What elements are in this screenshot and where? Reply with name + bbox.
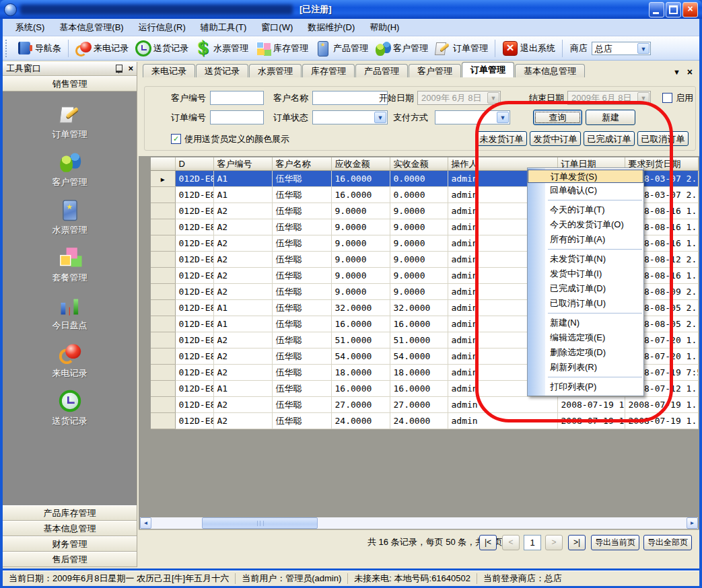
next-page-button[interactable]: > — [545, 535, 563, 550]
row-selector[interactable]: ▶ — [151, 365, 175, 381]
context-menu-item[interactable]: 未发货订单(N) — [528, 252, 643, 266]
maximize-button[interactable] — [666, 2, 681, 17]
row-selector[interactable]: ▶ — [151, 219, 175, 235]
horizontal-scrollbar[interactable]: ◄ ► — [140, 517, 698, 529]
prev-page-button[interactable]: < — [502, 535, 520, 550]
toolbar-button[interactable] — [68, 40, 69, 57]
toolbar-button[interactable]: 来电记录 — [72, 38, 132, 59]
context-menu-item[interactable]: 今天的发货订单(O) — [528, 217, 643, 232]
menubar-item[interactable]: 运行信息(R) — [131, 20, 193, 36]
tab[interactable]: 客户管理 — [409, 64, 461, 77]
sidebar-section-sales[interactable]: 销售管理 — [3, 76, 137, 91]
chevron-down-icon[interactable]: ▼ — [637, 92, 650, 104]
shop-select[interactable]: 总店 ▼ — [592, 42, 651, 55]
toolbar-button[interactable]: 客户管理 — [372, 38, 431, 59]
context-menu-item[interactable]: 编辑选定项(E) — [528, 330, 643, 345]
page-number-input[interactable]: 1 — [524, 535, 541, 550]
row-selector[interactable]: ▶ — [151, 187, 175, 203]
tab-close-icon[interactable]: × — [687, 67, 693, 77]
start-date-picker[interactable]: 2009年 6月 8日 ▼ — [417, 91, 501, 105]
context-menu-item[interactable] — [548, 249, 642, 250]
tab[interactable]: 送货记录 — [196, 64, 248, 77]
context-menu-item[interactable]: 已取消订单(U) — [528, 296, 643, 311]
menubar-item[interactable]: 窗口(W) — [254, 20, 300, 36]
row-selector[interactable]: ▶ — [151, 171, 175, 187]
row-selector[interactable]: ▶ — [151, 268, 175, 284]
scroll-right-icon[interactable]: ► — [687, 517, 698, 529]
filter-cancelled-button[interactable]: 已取消订单 — [637, 131, 689, 146]
row-selector[interactable]: ▶ — [151, 316, 175, 332]
sidebar-item[interactable]: 套餐管理 — [52, 250, 87, 284]
sidebar-item[interactable]: 客户管理 — [52, 154, 87, 188]
first-page-button[interactable]: |< — [479, 535, 497, 550]
row-selector[interactable]: ▶ — [151, 413, 175, 429]
close-icon[interactable]: × — [128, 65, 133, 73]
toolbar-button[interactable]: 导航条 — [13, 38, 65, 59]
column-header[interactable]: 客户编号 — [213, 157, 272, 171]
toolbar-button[interactable]: 库存管理 — [252, 38, 312, 59]
minimize-button[interactable] — [649, 2, 664, 17]
order-code-input[interactable] — [210, 110, 264, 124]
row-selector[interactable]: ▶ — [151, 284, 175, 300]
sidebar-item[interactable]: 今日盘点 — [52, 297, 87, 332]
filter-shipping-button[interactable]: 发货中订单 — [530, 131, 581, 146]
context-menu-item[interactable]: 新建(N) — [528, 316, 643, 330]
filter-completed-button[interactable]: 已完成订单 — [584, 131, 635, 146]
column-header[interactable]: 应收金额 — [331, 157, 390, 171]
context-menu-item[interactable]: 所有的订单(A) — [528, 232, 643, 247]
context-menu-item[interactable] — [548, 313, 642, 314]
enable-checkbox[interactable]: 启用 — [662, 91, 693, 105]
context-menu-item[interactable]: 订单发货(S) — [528, 170, 643, 183]
tab-scroll-down-icon[interactable]: ▼ — [673, 68, 680, 76]
tab[interactable]: 产品管理 — [355, 64, 408, 77]
sidebar-item[interactable]: 送货记录 — [52, 393, 87, 427]
row-selector[interactable]: ▶ — [151, 348, 175, 365]
export-all-pages-button[interactable]: 导出全部页 — [643, 535, 692, 550]
tab[interactable]: 水票管理 — [249, 64, 302, 77]
column-header[interactable]: 客户名称 — [272, 157, 331, 171]
menubar-item[interactable]: 帮助(H) — [362, 20, 407, 36]
toolbar-button[interactable]: 订单管理 — [431, 38, 491, 59]
context-menu-item[interactable]: 删除选定项(D) — [528, 345, 643, 360]
toolbar-button[interactable] — [562, 40, 563, 57]
sidebar-section[interactable]: 财务管理 — [3, 536, 137, 552]
column-header[interactable] — [151, 157, 175, 171]
sidebar-section[interactable]: 售后管理 — [3, 552, 137, 567]
table-row[interactable]: ▶ 012D-E8... A2 伍华聪 24.0000 24.0000 admi… — [151, 413, 698, 429]
order-status-select[interactable]: ▼ — [312, 110, 388, 124]
toolbar-button[interactable] — [495, 40, 495, 57]
filter-unshipped-button[interactable]: 未发货订单 — [476, 131, 527, 146]
row-selector[interactable]: ▶ — [151, 235, 175, 252]
table-row[interactable]: ▶ 012D-E8... A2 伍华聪 27.0000 27.0000 admi… — [151, 397, 698, 413]
context-menu-item[interactable]: 已完成订单(D) — [528, 281, 643, 296]
close-button[interactable]: × — [682, 2, 698, 17]
chevron-down-icon[interactable]: ▼ — [374, 112, 386, 123]
row-selector[interactable]: ▶ — [151, 203, 175, 219]
toolbar-button[interactable]: 送货记录 — [132, 38, 192, 59]
pay-method-select[interactable]: ▼ — [435, 110, 510, 124]
column-header[interactable]: D — [175, 157, 213, 171]
chevron-down-icon[interactable]: ▼ — [637, 43, 650, 54]
sidebar-item[interactable]: 订单管理 — [52, 106, 87, 141]
menubar-item[interactable]: 辅助工具(T) — [193, 20, 254, 36]
row-selector[interactable]: ▶ — [151, 397, 175, 413]
chevron-down-icon[interactable]: ▼ — [497, 112, 509, 123]
sidebar-section[interactable]: 产品库存管理 — [3, 505, 137, 521]
tab[interactable]: 基本信息管理 — [515, 64, 585, 77]
context-menu-item[interactable]: 打印列表(P) — [528, 379, 643, 394]
context-menu-item[interactable]: 发货中订单(I) — [528, 266, 643, 281]
toolbar-button[interactable]: 退出系统 — [499, 38, 559, 59]
context-menu-item[interactable]: 回单确认(C) — [528, 183, 643, 198]
customer-code-input[interactable] — [210, 91, 264, 105]
export-current-page-button[interactable]: 导出当前页 — [591, 535, 639, 550]
scroll-left-icon[interactable]: ◄ — [140, 517, 151, 529]
context-menu-item[interactable] — [548, 377, 642, 377]
checkbox-checked-icon[interactable]: ✓ — [171, 134, 181, 144]
tab[interactable]: 库存管理 — [302, 64, 355, 77]
context-menu-item[interactable]: 刷新列表(R) — [528, 360, 643, 375]
toolbar-button[interactable]: 水票管理 — [192, 38, 252, 59]
sidebar-item[interactable]: 水票管理 — [52, 202, 87, 236]
menubar-item[interactable]: 数据维护(D) — [300, 20, 362, 36]
pin-icon[interactable] — [116, 65, 122, 73]
sidebar-item[interactable]: 来电记录 — [52, 345, 87, 379]
